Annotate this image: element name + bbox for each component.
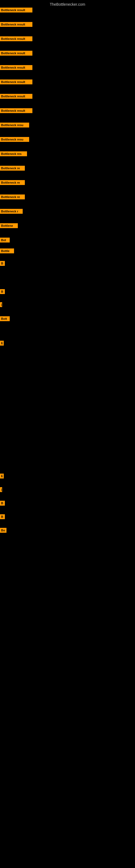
bottleneck-bar: Bott [0, 316, 10, 321]
bottleneck-label: Bottle [0, 248, 14, 253]
bottleneck-label: Bottleneck res [0, 151, 27, 156]
bottleneck-bar: B [0, 514, 5, 519]
bottleneck-label: Bot [0, 238, 10, 243]
bottleneck-label: Bottleneck re [0, 194, 25, 199]
bottleneck-bar: B [0, 501, 5, 506]
bottleneck-bar: E [0, 341, 4, 346]
bottleneck-label: | [0, 302, 2, 307]
bottleneck-bar: | [0, 302, 2, 307]
bottleneck-label: Bottleneck result [0, 36, 32, 41]
bottleneck-bar: Bottleneck result [0, 22, 32, 27]
bottleneck-label: Bottleneck result [0, 65, 32, 70]
bottleneck-label: Bottleneck r [0, 209, 23, 214]
bottleneck-bar: Bo [0, 528, 6, 533]
bottleneck-bar: Bottleneck result [0, 36, 32, 41]
bottleneck-label: B [0, 501, 5, 506]
bottleneck-bar: Bottleneck res [0, 151, 27, 156]
bottleneck-label: Bottleneck result [0, 51, 32, 56]
bottleneck-bar: E [0, 474, 4, 478]
bottleneck-bar: Bot [0, 238, 10, 243]
bottleneck-bar: Bottleneck result [0, 94, 32, 99]
bottleneck-bar: Bottleneck result [0, 108, 32, 113]
bottleneck-bar: Bottleneck result [0, 65, 32, 70]
bottleneck-label: Bottleneck resu [0, 137, 29, 142]
bottleneck-label: B [0, 261, 5, 266]
bottleneck-bar: Bottleneck result [0, 80, 32, 84]
bottleneck-label: Bo [0, 528, 6, 533]
bottleneck-label: Bottleneck resu [0, 123, 29, 127]
bottleneck-label: Bottlene [0, 223, 18, 228]
bottleneck-bar: Bottleneck re [0, 166, 25, 170]
bottleneck-label: Bottleneck result [0, 80, 32, 84]
bottleneck-label: Bottleneck result [0, 108, 32, 113]
bottleneck-bar: Bottle [0, 248, 14, 253]
bottleneck-bar: Bottleneck result [0, 8, 32, 12]
bottleneck-label: E [0, 341, 4, 346]
bottleneck-label: Bott [0, 316, 10, 321]
bottleneck-bar: Bottleneck re [0, 180, 25, 185]
bottleneck-bar: Bottleneck resu [0, 137, 29, 142]
bottleneck-bar: | [0, 487, 2, 492]
bottleneck-label: E [0, 474, 4, 478]
bottleneck-label: | [0, 487, 2, 492]
bottleneck-bar: Bottleneck re [0, 194, 25, 199]
bottleneck-label: Bottleneck result [0, 94, 32, 99]
bottleneck-bar: Bottleneck resu [0, 123, 29, 127]
bottleneck-label: Bottleneck re [0, 180, 25, 185]
site-title: TheBottlenecker.com [0, 0, 135, 8]
bottleneck-label: B [0, 289, 5, 294]
bottleneck-bar: Bottleneck result [0, 51, 32, 56]
bottleneck-label: B [0, 514, 5, 519]
bottleneck-label: Bottleneck re [0, 166, 25, 170]
bottleneck-label: Bottleneck result [0, 22, 32, 27]
bottleneck-bar: Bottlene [0, 223, 18, 228]
bottleneck-label: Bottleneck result [0, 8, 32, 12]
bottleneck-bar: B [0, 261, 5, 266]
bottleneck-bar: Bottleneck r [0, 209, 23, 214]
bottleneck-bar: B [0, 289, 5, 294]
